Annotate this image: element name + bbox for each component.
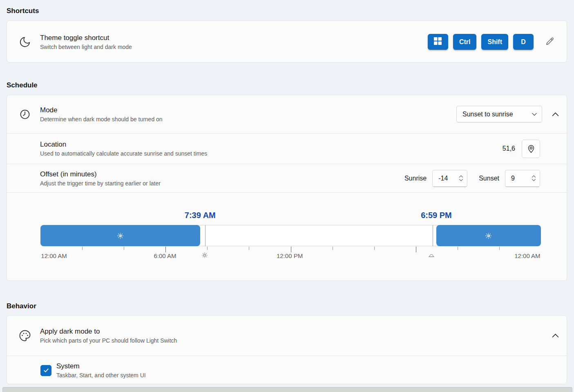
light-switch-settings-page: Shortcuts Theme toggle shortcut Switch b… xyxy=(0,0,574,392)
offset-title: Offset (in minutes) xyxy=(40,170,161,178)
location-row: Location Used to automatically calculate… xyxy=(7,133,567,164)
behavior-card: Apply dark mode to Pick which parts of y… xyxy=(7,315,567,384)
dark-sun-icon xyxy=(485,232,492,240)
shortcut-title: Theme toggle shortcut xyxy=(40,34,132,42)
sunset-offset-label: Sunset xyxy=(479,175,499,182)
behavior-collapse-button[interactable] xyxy=(551,332,559,340)
ctrl-key: Ctrl xyxy=(453,34,477,50)
sunrise-offset-label: Sunrise xyxy=(404,175,427,182)
timeline-tick xyxy=(124,247,124,250)
d-key: D xyxy=(513,34,534,50)
sunset-marker-line xyxy=(433,225,433,246)
palette-icon xyxy=(18,329,31,342)
apply-dark-mode-subtitle: Pick which parts of your PC should follo… xyxy=(40,337,177,344)
timeline-tick xyxy=(249,247,249,250)
day-night-timeline: 7:39 AM 6:59 PM 12:00 AM 6:00 xyxy=(40,193,541,281)
check-icon xyxy=(43,367,49,374)
timeline-tick xyxy=(207,247,208,250)
stepper-chevrons-icon xyxy=(532,175,536,182)
timeline-ticks xyxy=(40,246,541,253)
sunrise-trigger-time-label: 7:39 AM xyxy=(185,211,216,220)
timeline-tick xyxy=(416,247,416,252)
map-pin-icon xyxy=(526,144,536,154)
sunset-trigger-time-label: 6:59 PM xyxy=(421,211,452,220)
dark-bar-morning xyxy=(40,225,200,246)
axis-label-midnight-left: 12:00 AM xyxy=(41,252,67,259)
chevron-down-icon xyxy=(532,113,537,116)
detect-location-button[interactable] xyxy=(522,140,540,158)
mode-subtitle: Determine when dark mode should be turne… xyxy=(40,116,163,122)
location-value: 51,6 xyxy=(503,145,515,152)
system-subtitle: Taskbar, Start, and other system UI xyxy=(56,372,146,379)
sunset-offset-stepper[interactable]: 9 xyxy=(505,170,540,187)
sunrise-offset-value: -14 xyxy=(438,175,448,182)
chevron-up-icon xyxy=(552,334,559,338)
dark-bar-evening xyxy=(436,225,541,246)
timeline-tick xyxy=(458,247,458,250)
stepper-chevrons-icon xyxy=(459,175,463,182)
axis-label-noon: 12:00 PM xyxy=(277,252,303,259)
clock-icon xyxy=(18,108,31,121)
timeline-tick xyxy=(374,247,375,250)
timeline-tick xyxy=(499,247,500,250)
location-title: Location xyxy=(40,140,207,149)
sunset-offset-value: 9 xyxy=(511,175,515,182)
schedule-heading: Schedule xyxy=(7,81,38,89)
chevron-up-icon xyxy=(552,112,559,116)
system-row: System Taskbar, Start, and other system … xyxy=(7,356,567,384)
axis-label-6am: 6:00 AM xyxy=(154,252,176,259)
schedule-collapse-button[interactable] xyxy=(551,110,559,118)
sunrise-axis-icon xyxy=(201,251,209,261)
shortcut-subtitle: Switch between light and dark mode xyxy=(40,44,132,50)
next-row-edge xyxy=(2,387,572,392)
timeline-tick xyxy=(333,247,333,250)
timeline-row: 7:39 AM 6:59 PM 12:00 AM 6:00 xyxy=(7,192,567,281)
sunrise-marker-line xyxy=(205,225,205,246)
offset-row: Offset (in minutes) Adjust the trigger t… xyxy=(7,164,567,192)
system-title: System xyxy=(56,362,146,370)
offset-subtitle: Adjust the trigger time by starting earl… xyxy=(40,180,161,187)
dark-sun-icon xyxy=(116,232,124,240)
mode-dropdown-value: Sunset to sunrise xyxy=(462,111,513,118)
windows-key xyxy=(428,34,448,50)
moon-icon xyxy=(18,36,31,49)
apply-dark-mode-title: Apply dark mode to xyxy=(40,327,177,336)
shortcuts-heading: Shortcuts xyxy=(7,7,39,15)
shift-key: Shift xyxy=(481,34,508,50)
mode-row: Mode Determine when dark mode should be … xyxy=(7,95,567,133)
axis-label-midnight-right: 12:00 AM xyxy=(514,252,540,259)
windows-logo-icon xyxy=(433,37,442,47)
schedule-card: Mode Determine when dark mode should be … xyxy=(7,95,567,281)
timeline-tick xyxy=(291,247,291,252)
edit-shortcut-button[interactable] xyxy=(545,37,555,47)
mode-dropdown[interactable]: Sunset to sunrise xyxy=(456,106,542,122)
system-checkbox[interactable] xyxy=(40,365,51,376)
sunrise-offset-stepper[interactable]: -14 xyxy=(432,170,467,187)
apply-dark-mode-row: Apply dark mode to Pick which parts of y… xyxy=(7,316,567,356)
timeline-tick xyxy=(165,247,166,252)
behavior-heading: Behavior xyxy=(7,302,36,310)
pencil-icon xyxy=(545,36,555,48)
timeline-tick xyxy=(82,247,83,250)
sunset-axis-icon xyxy=(427,251,436,261)
theme-toggle-shortcut-row: Theme toggle shortcut Switch between lig… xyxy=(7,21,567,62)
theme-toggle-shortcut-card: Theme toggle shortcut Switch between lig… xyxy=(7,20,567,62)
mode-title: Mode xyxy=(40,106,163,114)
location-subtitle: Used to automatically calculate accurate… xyxy=(40,150,207,157)
shortcut-keys: Ctrl Shift D xyxy=(428,34,567,50)
